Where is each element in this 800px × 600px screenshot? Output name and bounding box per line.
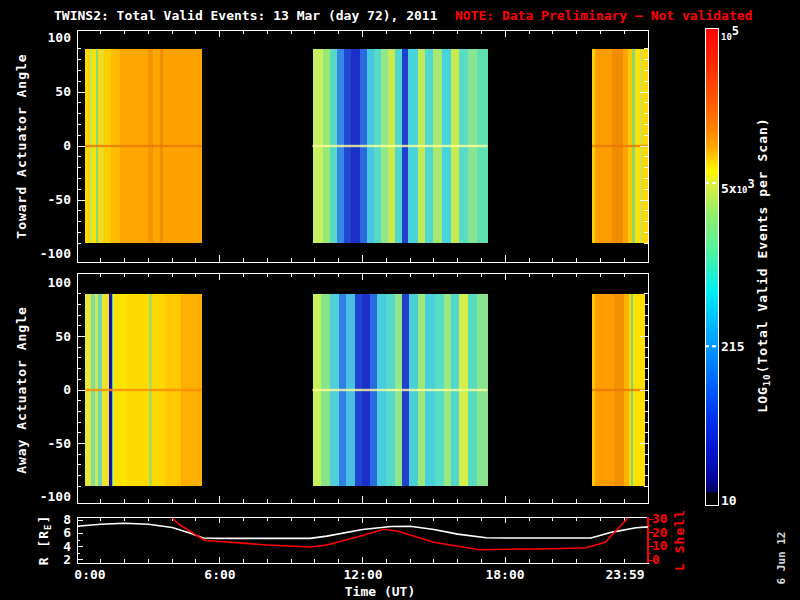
y-tick-label-away--50: -50 — [27, 437, 71, 451]
y-tick-label-toward-0: 0 — [27, 139, 71, 153]
y-tick-label-toward--100: -100 — [27, 247, 71, 261]
preliminary-note: NOTE: Data Preliminary — Not validated — [455, 9, 752, 23]
colorbar-tick-10: 10 — [721, 494, 737, 507]
y-tick-label-lshell-10: 10 — [652, 539, 668, 553]
x-tick-label-12:00: 12:00 — [343, 568, 382, 582]
y-tick-label-toward-100: 100 — [27, 31, 71, 45]
y-tick-label-away--100: -100 — [27, 490, 71, 504]
x-tick-label-18:00: 18:00 — [485, 568, 524, 582]
y-tick-label-away-100: 100 — [27, 276, 71, 290]
x-tick-label-6:00: 6:00 — [204, 568, 235, 582]
x-tick-label-23:59: 23:59 — [605, 568, 644, 582]
y-tick-label-r-6: 6 — [27, 526, 71, 540]
x-tick-label-0:00: 0:00 — [74, 568, 105, 582]
l-shell-axis-label: L Shell — [672, 509, 687, 571]
datestamp: 6 Jun 12 — [774, 532, 789, 585]
time-axis-label: Time (UT) — [345, 585, 415, 599]
y-tick-label-away-50: 50 — [27, 330, 71, 344]
y-tick-label-lshell-30: 30 — [652, 512, 668, 526]
colorbar-tick-215: 215 — [721, 340, 744, 353]
twins2-plot-screen: TWINS2: Total Valid Events: 13 Mar (day … — [0, 0, 800, 600]
colorbar-title: LOG10(Total Valid Events per Scan) — [755, 117, 775, 412]
y-tick-label-lshell-0: 0 — [652, 553, 660, 567]
colorbar-tick-5e3: 5x103 — [721, 178, 755, 197]
colorbar-tick-1e5: 105 — [721, 25, 739, 44]
page-title: TWINS2: Total Valid Events: 13 Mar (day … — [54, 9, 438, 23]
y-tick-label-toward--50: -50 — [27, 193, 71, 207]
y-tick-label-r-2: 2 — [27, 553, 71, 567]
y-tick-label-toward-50: 50 — [27, 85, 71, 99]
y-tick-label-away-0: 0 — [27, 383, 71, 397]
